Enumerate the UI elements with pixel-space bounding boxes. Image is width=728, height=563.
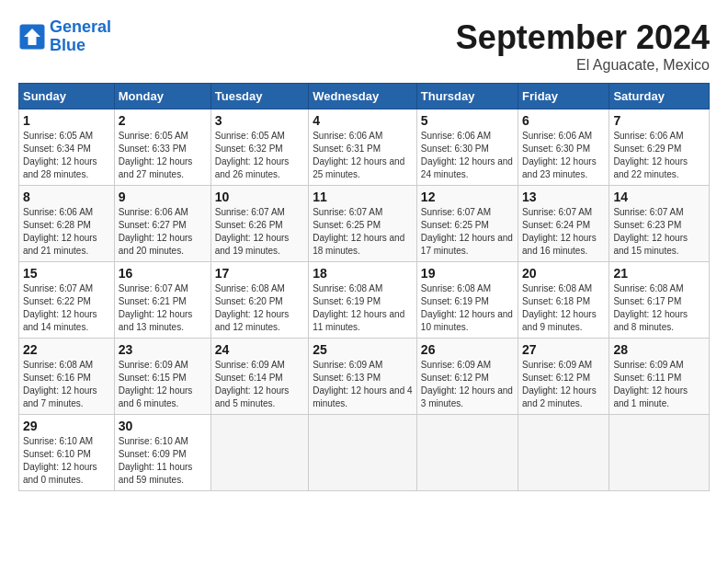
day-number: 22 bbox=[23, 342, 110, 357]
day-info: Sunrise: 6:07 AM Sunset: 6:26 PM Dayligh… bbox=[215, 206, 304, 258]
day-info: Sunrise: 6:10 AM Sunset: 6:09 PM Dayligh… bbox=[119, 435, 207, 487]
day-header-saturday: Saturday bbox=[609, 84, 710, 109]
day-number: 10 bbox=[215, 190, 304, 204]
day-number: 23 bbox=[119, 342, 207, 357]
day-info: Sunrise: 6:08 AM Sunset: 6:18 PM Dayligh… bbox=[522, 282, 605, 334]
day-info: Sunrise: 6:06 AM Sunset: 6:30 PM Dayligh… bbox=[421, 130, 514, 181]
calendar-cell: 13 Sunrise: 6:07 AM Sunset: 6:24 PM Dayl… bbox=[518, 186, 609, 262]
title-block: September 2024 El Aguacate, Mexico bbox=[456, 18, 710, 74]
calendar-week-5: 29 Sunrise: 6:10 AM Sunset: 6:10 PM Dayl… bbox=[19, 415, 710, 491]
calendar-cell: 25 Sunrise: 6:09 AM Sunset: 6:13 PM Dayl… bbox=[309, 339, 417, 415]
day-info: Sunrise: 6:06 AM Sunset: 6:30 PM Dayligh… bbox=[522, 130, 605, 181]
logo-icon bbox=[18, 23, 46, 51]
location: El Aguacate, Mexico bbox=[456, 57, 710, 74]
day-number: 16 bbox=[119, 266, 207, 281]
day-info: Sunrise: 6:09 AM Sunset: 6:15 PM Dayligh… bbox=[119, 359, 207, 410]
day-info: Sunrise: 6:08 AM Sunset: 6:19 PM Dayligh… bbox=[421, 282, 514, 334]
day-number: 19 bbox=[421, 266, 514, 281]
calendar-cell: 19 Sunrise: 6:08 AM Sunset: 6:19 PM Dayl… bbox=[416, 262, 518, 339]
day-number: 28 bbox=[613, 342, 705, 357]
day-info: Sunrise: 6:08 AM Sunset: 6:17 PM Dayligh… bbox=[613, 282, 705, 334]
calendar-week-4: 22 Sunrise: 6:08 AM Sunset: 6:16 PM Dayl… bbox=[19, 339, 710, 415]
day-number: 2 bbox=[119, 113, 207, 128]
month-title: September 2024 bbox=[456, 18, 710, 57]
calendar-cell: 17 Sunrise: 6:08 AM Sunset: 6:20 PM Dayl… bbox=[210, 262, 308, 339]
day-header-monday: Monday bbox=[114, 84, 210, 109]
calendar-cell: 28 Sunrise: 6:09 AM Sunset: 6:11 PM Dayl… bbox=[609, 339, 710, 415]
day-info: Sunrise: 6:08 AM Sunset: 6:20 PM Dayligh… bbox=[215, 282, 304, 334]
day-info: Sunrise: 6:09 AM Sunset: 6:11 PM Dayligh… bbox=[613, 359, 705, 410]
calendar-cell: 27 Sunrise: 6:09 AM Sunset: 6:12 PM Dayl… bbox=[518, 339, 609, 415]
day-number: 29 bbox=[23, 419, 110, 433]
calendar-cell: 2 Sunrise: 6:05 AM Sunset: 6:33 PM Dayli… bbox=[114, 109, 210, 186]
day-header-friday: Friday bbox=[518, 84, 609, 109]
day-number: 20 bbox=[522, 266, 605, 281]
day-number: 18 bbox=[313, 266, 413, 281]
day-number: 14 bbox=[613, 190, 705, 204]
day-info: Sunrise: 6:06 AM Sunset: 6:31 PM Dayligh… bbox=[313, 130, 413, 181]
day-info: Sunrise: 6:06 AM Sunset: 6:29 PM Dayligh… bbox=[613, 130, 705, 181]
day-header-thursday: Thursday bbox=[416, 84, 518, 109]
calendar-cell: 4 Sunrise: 6:06 AM Sunset: 6:31 PM Dayli… bbox=[309, 109, 417, 186]
calendar-cell bbox=[518, 415, 609, 491]
day-header-tuesday: Tuesday bbox=[210, 84, 308, 109]
day-info: Sunrise: 6:05 AM Sunset: 6:32 PM Dayligh… bbox=[215, 130, 304, 181]
logo: General Blue bbox=[18, 18, 111, 55]
page-header: General Blue September 2024 El Aguacate,… bbox=[18, 18, 710, 74]
calendar-cell: 1 Sunrise: 6:05 AM Sunset: 6:34 PM Dayli… bbox=[19, 109, 115, 186]
day-number: 27 bbox=[522, 342, 605, 357]
day-number: 30 bbox=[119, 419, 207, 433]
calendar-cell: 5 Sunrise: 6:06 AM Sunset: 6:30 PM Dayli… bbox=[416, 109, 518, 186]
day-info: Sunrise: 6:07 AM Sunset: 6:23 PM Dayligh… bbox=[613, 206, 705, 258]
calendar-cell: 7 Sunrise: 6:06 AM Sunset: 6:29 PM Dayli… bbox=[609, 109, 710, 186]
day-header-sunday: Sunday bbox=[19, 84, 115, 109]
calendar-cell: 16 Sunrise: 6:07 AM Sunset: 6:21 PM Dayl… bbox=[114, 262, 210, 339]
calendar-table: SundayMondayTuesdayWednesdayThursdayFrid… bbox=[18, 83, 710, 491]
day-info: Sunrise: 6:06 AM Sunset: 6:27 PM Dayligh… bbox=[119, 206, 207, 258]
calendar-cell: 6 Sunrise: 6:06 AM Sunset: 6:30 PM Dayli… bbox=[518, 109, 609, 186]
calendar-cell bbox=[309, 415, 417, 491]
calendar-cell bbox=[210, 415, 308, 491]
calendar-cell: 29 Sunrise: 6:10 AM Sunset: 6:10 PM Dayl… bbox=[19, 415, 115, 491]
day-info: Sunrise: 6:07 AM Sunset: 6:21 PM Dayligh… bbox=[119, 282, 207, 334]
calendar-cell: 12 Sunrise: 6:07 AM Sunset: 6:25 PM Dayl… bbox=[416, 186, 518, 262]
day-number: 3 bbox=[215, 113, 304, 128]
day-info: Sunrise: 6:08 AM Sunset: 6:19 PM Dayligh… bbox=[313, 282, 413, 334]
calendar-cell: 23 Sunrise: 6:09 AM Sunset: 6:15 PM Dayl… bbox=[114, 339, 210, 415]
day-number: 24 bbox=[215, 342, 304, 357]
calendar-cell: 22 Sunrise: 6:08 AM Sunset: 6:16 PM Dayl… bbox=[19, 339, 115, 415]
day-number: 11 bbox=[313, 190, 413, 204]
day-info: Sunrise: 6:09 AM Sunset: 6:13 PM Dayligh… bbox=[313, 359, 413, 410]
day-number: 5 bbox=[421, 113, 514, 128]
day-header-wednesday: Wednesday bbox=[309, 84, 417, 109]
day-info: Sunrise: 6:07 AM Sunset: 6:22 PM Dayligh… bbox=[23, 282, 110, 334]
day-number: 26 bbox=[421, 342, 514, 357]
calendar-cell: 30 Sunrise: 6:10 AM Sunset: 6:09 PM Dayl… bbox=[114, 415, 210, 491]
day-info: Sunrise: 6:08 AM Sunset: 6:16 PM Dayligh… bbox=[23, 359, 110, 410]
day-info: Sunrise: 6:07 AM Sunset: 6:24 PM Dayligh… bbox=[522, 206, 605, 258]
calendar-cell: 21 Sunrise: 6:08 AM Sunset: 6:17 PM Dayl… bbox=[609, 262, 710, 339]
calendar-header-row: SundayMondayTuesdayWednesdayThursdayFrid… bbox=[19, 84, 710, 109]
day-info: Sunrise: 6:05 AM Sunset: 6:34 PM Dayligh… bbox=[23, 130, 110, 181]
logo-text: General Blue bbox=[50, 18, 111, 55]
day-info: Sunrise: 6:07 AM Sunset: 6:25 PM Dayligh… bbox=[313, 206, 413, 258]
calendar-cell: 18 Sunrise: 6:08 AM Sunset: 6:19 PM Dayl… bbox=[309, 262, 417, 339]
calendar-cell bbox=[609, 415, 710, 491]
day-number: 12 bbox=[421, 190, 514, 204]
day-number: 17 bbox=[215, 266, 304, 281]
day-info: Sunrise: 6:09 AM Sunset: 6:12 PM Dayligh… bbox=[421, 359, 514, 410]
day-info: Sunrise: 6:05 AM Sunset: 6:33 PM Dayligh… bbox=[119, 130, 207, 181]
day-info: Sunrise: 6:09 AM Sunset: 6:12 PM Dayligh… bbox=[522, 359, 605, 410]
calendar-cell: 20 Sunrise: 6:08 AM Sunset: 6:18 PM Dayl… bbox=[518, 262, 609, 339]
day-number: 21 bbox=[613, 266, 705, 281]
calendar-week-3: 15 Sunrise: 6:07 AM Sunset: 6:22 PM Dayl… bbox=[19, 262, 710, 339]
calendar-cell: 11 Sunrise: 6:07 AM Sunset: 6:25 PM Dayl… bbox=[309, 186, 417, 262]
day-number: 7 bbox=[613, 113, 705, 128]
day-number: 1 bbox=[23, 113, 110, 128]
day-number: 6 bbox=[522, 113, 605, 128]
calendar-cell: 26 Sunrise: 6:09 AM Sunset: 6:12 PM Dayl… bbox=[416, 339, 518, 415]
day-number: 8 bbox=[23, 190, 110, 204]
day-info: Sunrise: 6:10 AM Sunset: 6:10 PM Dayligh… bbox=[23, 435, 110, 487]
calendar-cell: 14 Sunrise: 6:07 AM Sunset: 6:23 PM Dayl… bbox=[609, 186, 710, 262]
calendar-cell: 3 Sunrise: 6:05 AM Sunset: 6:32 PM Dayli… bbox=[210, 109, 308, 186]
